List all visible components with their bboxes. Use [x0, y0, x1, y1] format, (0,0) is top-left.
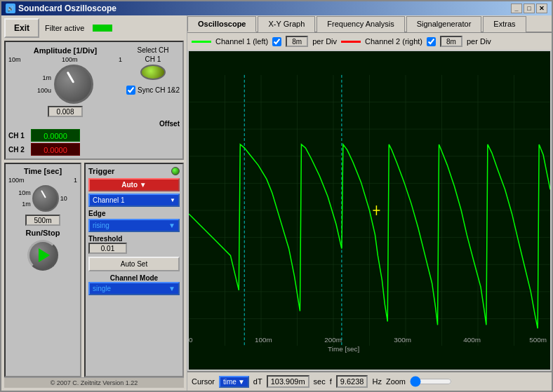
main-window: 🔊 Soundcard Oszilloscope _ □ ✕ Exit Filt… — [0, 0, 553, 392]
channel-mode-area: Channel Mode single ▼ — [88, 274, 180, 295]
bottom-panels: Time [sec] 100m 1 10m 1m — [4, 163, 184, 377]
filter-indicator — [93, 25, 112, 32]
svg-text:200m: 200m — [324, 336, 342, 344]
f-unit: Hz — [372, 377, 381, 386]
offset-ch1-value[interactable]: 0.0000 — [31, 129, 80, 142]
titlebar-buttons[interactable]: _ □ ✕ — [511, 4, 547, 13]
trigger-indicator — [171, 167, 180, 175]
play-icon — [39, 248, 50, 262]
svg-text:500m: 500m — [529, 336, 547, 344]
close-button[interactable]: ✕ — [536, 4, 547, 13]
offset-label: Offset — [159, 120, 180, 128]
amplitude-section: Amplitude [1/Div] 10m 100m 1 1m 100u — [4, 41, 184, 160]
tab-xy-graph[interactable]: X-Y Graph — [258, 16, 315, 32]
time-label: Time [sec] — [24, 167, 62, 175]
amp-label-100u: 100u — [37, 87, 51, 94]
run-stop-button[interactable] — [27, 240, 58, 271]
run-stop-label: Run/Stop — [26, 229, 60, 237]
threshold-input[interactable]: 0.01 — [88, 243, 127, 254]
svg-text:400m: 400m — [463, 336, 481, 344]
maximize-button[interactable]: □ — [524, 4, 535, 13]
sync-checkbox[interactable] — [126, 86, 135, 95]
trigger-panel: Trigger Auto ▼ Channel 1 ▼ Edge rising — [84, 163, 184, 377]
offset-ch2-value[interactable]: 0.0000 — [31, 143, 80, 156]
right-panel: Oscilloscope X-Y Graph Frequency Analysi… — [187, 15, 552, 391]
threshold-label: Threshold — [88, 235, 180, 243]
tab-oscilloscope[interactable]: Oscilloscope — [187, 16, 256, 32]
ch2-checkbox[interactable] — [427, 37, 436, 46]
channel-mode-button[interactable]: single ▼ — [88, 282, 180, 295]
app-icon: 🔊 — [6, 4, 15, 13]
ch1-per-div-label: per Div — [312, 37, 337, 46]
bottom-status: Cursor time ▼ dT 103.909m sec f 9.6238 H… — [187, 371, 552, 391]
amplitude-label: Amplitude [1/Div] — [8, 46, 122, 55]
left-panel: Exit Filter active Amplitude [1/Div] 10m… — [1, 15, 187, 391]
time-label-10m: 10m — [18, 189, 31, 196]
amp-label-1m: 1m — [42, 74, 51, 81]
offset-ch2-label: CH 2 — [8, 146, 28, 154]
svg-text:Time [sec]: Time [sec] — [328, 345, 359, 353]
window-title: Soundcard Oszilloscope — [18, 4, 116, 13]
time-label-1: 1 — [74, 177, 77, 184]
tab-frequency-analysis[interactable]: Frequency Analysis — [317, 16, 404, 32]
cursor-label: Cursor — [192, 377, 215, 386]
minimize-button[interactable]: _ — [511, 4, 522, 13]
svg-text:100m: 100m — [255, 336, 272, 344]
offset-ch1-row: CH 1 0.0000 — [8, 129, 180, 142]
cursor-type-button[interactable]: time ▼ — [219, 376, 249, 388]
scope-display: 0 100m 200m 300m 400m 500m Time [sec] — [189, 51, 550, 370]
offset-ch1-label: CH 1 — [8, 132, 28, 140]
tab-extras[interactable]: Extras — [483, 16, 526, 32]
ch1-checkbox[interactable] — [272, 37, 281, 46]
f-label: f — [330, 377, 332, 386]
channel-mode-arrow: ▼ — [168, 285, 175, 292]
f-value: 9.6238 — [336, 375, 368, 388]
ch1-per-div[interactable]: 8m — [286, 36, 308, 47]
cursor-dropdown-arrow: ▼ — [238, 378, 245, 386]
zoom-label: Zoom — [386, 377, 406, 386]
top-bar: Exit Filter active — [4, 18, 184, 38]
ch2-per-div[interactable]: 8m — [440, 36, 462, 47]
time-label-100m: 100m — [8, 177, 25, 184]
offset-ch2-row: CH 2 0.0000 — [8, 143, 180, 156]
channel-dropdown-arrow: ▼ — [170, 197, 175, 203]
select-ch-area: Select CH CH 1 Sync CH 1&2 — [126, 46, 180, 95]
edge-label: Edge — [88, 210, 180, 217]
filter-label: Filter active — [45, 24, 84, 32]
ch2-per-div-label: per Div — [467, 37, 491, 46]
amp-label-100m: 100m — [62, 56, 78, 63]
amp-label-1: 1 — [119, 56, 122, 63]
channel-controls: Channel 1 (left) 8m per Div Channel 2 (r… — [187, 33, 552, 50]
svg-text:300m: 300m — [394, 336, 411, 344]
exit-button[interactable]: Exit — [4, 18, 39, 38]
zoom-slider[interactable] — [410, 376, 452, 387]
ch2-color-line — [341, 41, 361, 43]
time-value[interactable]: 500m — [25, 215, 60, 226]
amplitude-value[interactable]: 0.008 — [48, 106, 83, 117]
amp-label-10m: 10m — [8, 56, 21, 63]
tab-bar: Oscilloscope X-Y Graph Frequency Analysi… — [187, 15, 552, 33]
time-knob[interactable] — [32, 185, 59, 212]
sync-label: Sync CH 1&2 — [138, 86, 180, 94]
ch1-indicator — [140, 65, 166, 80]
edge-select-button[interactable]: rising ▼ — [88, 219, 180, 232]
select-ch-label: Select CH — [137, 46, 168, 54]
time-panel: Time [sec] 100m 1 10m 1m — [4, 163, 81, 377]
trigger-channel-button[interactable]: Channel 1 ▼ — [88, 194, 180, 207]
titlebar-left: 🔊 Soundcard Oszilloscope — [6, 4, 116, 13]
auto-set-button[interactable]: Auto Set — [88, 257, 180, 271]
main-content: Exit Filter active Amplitude [1/Div] 10m… — [1, 15, 552, 391]
ch1-select-label: CH 1 — [145, 55, 161, 63]
time-label-1m: 1m — [22, 201, 31, 208]
tab-signalgenerator[interactable]: Signalgenerator — [406, 16, 482, 32]
ch1-control-label: Channel 1 (left) — [215, 37, 268, 46]
edge-dropdown-arrow: ▼ — [168, 222, 175, 229]
copyright: © 2007 C. Zeitnitz Version 1.22 — [4, 377, 184, 388]
trigger-label: Trigger — [88, 167, 114, 175]
run-stop-area: Run/Stop — [26, 229, 60, 271]
amplitude-knob[interactable] — [54, 65, 93, 104]
trigger-mode-button[interactable]: Auto ▼ — [88, 178, 180, 191]
dt-unit: sec — [314, 377, 326, 386]
ch1-color-line — [192, 41, 211, 43]
ch2-control-label: Channel 2 (right) — [365, 37, 422, 46]
